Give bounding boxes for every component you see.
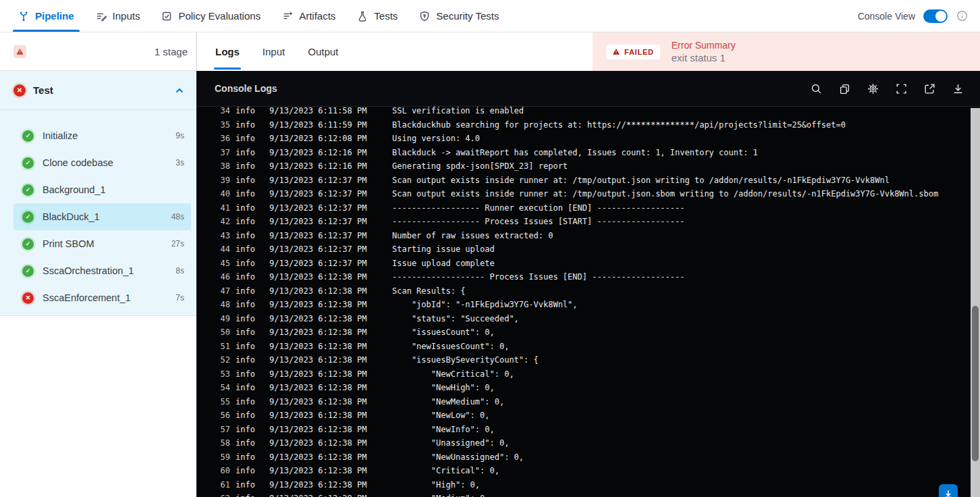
log-timestamp: 9/13/2023 6:12:37 PM xyxy=(269,201,372,215)
arrow-down-icon xyxy=(944,489,953,497)
log-timestamp: 9/13/2023 6:12:37 PM xyxy=(269,242,372,257)
console-log-viewport[interactable]: 34 info 9/13/2023 6:11:58 PM SSL verific… xyxy=(196,107,980,497)
policy-check-icon xyxy=(161,11,172,22)
console-title: Console Logs xyxy=(215,83,277,94)
step-name: SscaEnforcement_1 xyxy=(43,292,131,303)
log-level: info xyxy=(236,107,256,118)
search-icon[interactable] xyxy=(810,82,822,95)
log-timestamp: 9/13/2023 6:12:38 PM xyxy=(269,395,372,409)
log-timestamp: 9/13/2023 6:11:59 PM xyxy=(269,118,372,132)
step-name: Background_1 xyxy=(43,184,106,195)
chevron-up-icon[interactable] xyxy=(175,86,184,95)
console-actions xyxy=(810,82,964,95)
step-name: SscaOrchestration_1 xyxy=(43,265,134,276)
tab-security-tests[interactable]: Security Tests xyxy=(418,0,500,32)
log-line-number: 49 xyxy=(196,312,230,326)
log-line: 44 info 9/13/2023 6:12:37 PM Starting is… xyxy=(196,242,980,257)
tab-artifacts[interactable]: Artifacts xyxy=(281,0,337,32)
log-message: "NewUnassigned": 0, xyxy=(392,450,524,465)
error-summary: Error Summary exit status 1 xyxy=(672,40,736,63)
tab-policy-evaluations[interactable]: Policy Evaluations xyxy=(160,0,262,32)
step-name: Clone codebase xyxy=(43,157,113,168)
log-timestamp: 9/13/2023 6:12:38 PM xyxy=(269,478,372,492)
log-line-number: 46 xyxy=(196,270,230,284)
log-line: 56 info 9/13/2023 6:12:38 PM "NewLow": 0… xyxy=(196,409,980,423)
log-level: info xyxy=(236,284,256,298)
log-message: Blackduckhub searching for projects at: … xyxy=(392,118,846,132)
toggle-knob xyxy=(935,11,946,22)
log-line: 43 info 9/13/2023 6:12:37 PM Number of r… xyxy=(196,229,980,243)
step-row[interactable]: BlackDuck_1 48s xyxy=(13,203,191,230)
log-timestamp: 9/13/2023 6:12:08 PM xyxy=(269,132,372,146)
step-list: Initialize 9s Clone codebase 3s Backgrou… xyxy=(0,109,196,315)
step-row[interactable]: Background_1 xyxy=(13,176,191,203)
log-level: info xyxy=(236,215,256,229)
log-line-number: 44 xyxy=(196,242,230,257)
step-row[interactable]: Initialize 9s xyxy=(13,122,191,149)
log-level: info xyxy=(236,367,256,382)
stage-count-label: 1 stage xyxy=(155,46,188,57)
log-line-number: 54 xyxy=(196,381,230,395)
error-summary-title: Error Summary xyxy=(672,40,736,51)
log-level: info xyxy=(236,409,256,423)
log-level: info xyxy=(236,450,256,465)
log-line-number: 55 xyxy=(196,395,230,409)
settings-gear-icon[interactable] xyxy=(867,82,879,95)
open-in-new-icon[interactable] xyxy=(923,82,935,95)
log-line: 35 info 9/13/2023 6:11:59 PM Blackduckhu… xyxy=(196,118,980,132)
log-level: info xyxy=(236,478,256,492)
tab-inputs[interactable]: Inputs xyxy=(94,0,142,32)
tab-tests[interactable]: Tests xyxy=(356,0,399,32)
log-line: 41 info 9/13/2023 6:12:37 PM -----------… xyxy=(196,201,980,215)
log-level: info xyxy=(236,242,256,257)
log-line: 42 info 9/13/2023 6:12:37 PM -----------… xyxy=(196,215,980,229)
log-timestamp: 9/13/2023 6:12:38 PM xyxy=(269,409,372,423)
step-name: Initialize xyxy=(43,130,78,141)
status-badge: FAILED xyxy=(606,45,660,59)
log-level: info xyxy=(236,340,256,354)
log-line: 49 info 9/13/2023 6:12:38 PM "status": "… xyxy=(196,312,980,326)
tab-pipeline[interactable]: Pipeline xyxy=(17,0,76,32)
log-level: info xyxy=(236,395,256,409)
tab-logs[interactable]: Logs xyxy=(215,32,240,71)
log-timestamp: 9/13/2023 6:12:38 PM xyxy=(269,270,372,284)
log-message: Scan output exists inside runner at: /tm… xyxy=(392,174,890,188)
console-scrollbar[interactable] xyxy=(971,108,980,497)
log-line: 53 info 9/13/2023 6:12:38 PM "NewCritica… xyxy=(196,367,980,382)
log-timestamp: 9/13/2023 6:12:37 PM xyxy=(269,187,372,201)
step-row[interactable]: Print SBOM 27s xyxy=(13,230,191,257)
fullscreen-icon[interactable] xyxy=(895,82,907,95)
log-message: "issuesCount": 0, xyxy=(392,325,495,340)
log-line-number: 52 xyxy=(196,353,230,367)
console-view-toggle[interactable] xyxy=(923,9,948,23)
log-message: "NewHigh": 0, xyxy=(392,381,495,395)
step-status-icon xyxy=(22,184,34,196)
step-row[interactable]: Clone codebase 3s xyxy=(13,149,191,176)
log-timestamp: 9/13/2023 6:12:38 PM xyxy=(269,312,372,326)
step-row[interactable]: SscaEnforcement_1 7s xyxy=(13,284,191,311)
stage-header-test[interactable]: ✕ Test xyxy=(0,71,196,109)
log-level: info xyxy=(236,436,256,450)
log-line-number: 62 xyxy=(196,492,230,497)
tab-security-tests-label: Security Tests xyxy=(436,10,499,22)
scroll-to-bottom-button[interactable] xyxy=(939,484,958,497)
log-level: info xyxy=(236,381,256,395)
tab-output[interactable]: Output xyxy=(308,32,338,71)
step-status-icon xyxy=(22,238,34,250)
tab-input[interactable]: Input xyxy=(263,32,285,71)
log-line: 51 info 9/13/2023 6:12:38 PM "newIssuesC… xyxy=(196,340,980,354)
console-scrollbar-thumb[interactable] xyxy=(972,306,979,461)
copy-icon[interactable] xyxy=(838,82,850,95)
tab-inputs-label: Inputs xyxy=(113,10,140,22)
console-panel: Console Logs xyxy=(196,71,980,497)
step-row[interactable]: SscaOrchestration_1 8s xyxy=(13,257,191,284)
log-line: 38 info 9/13/2023 6:12:16 PM Generating … xyxy=(196,159,980,174)
download-icon[interactable] xyxy=(952,82,964,95)
step-status-icon xyxy=(22,265,34,277)
log-line-number: 57 xyxy=(196,423,230,437)
info-icon[interactable] xyxy=(956,10,968,22)
log-line: 60 info 9/13/2023 6:12:38 PM "Critical":… xyxy=(196,464,980,478)
step-duration: 48s xyxy=(171,212,184,221)
log-message: Starting issue upload xyxy=(392,242,495,257)
log-line: 40 info 9/13/2023 6:12:37 PM Scan output… xyxy=(196,187,980,201)
